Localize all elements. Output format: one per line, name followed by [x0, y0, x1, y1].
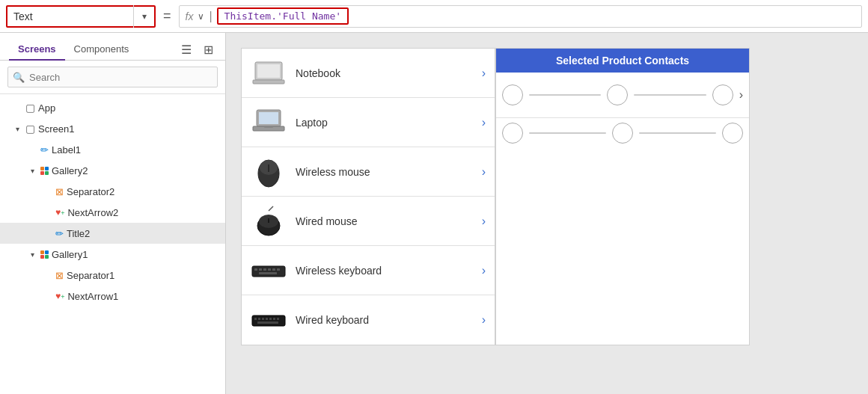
tree-arrow-screen1: ▾	[12, 125, 22, 133]
product-name-wired-mouse: Wired mouse	[296, 215, 473, 227]
svg-rect-6	[264, 126, 273, 128]
contact-line-1a	[529, 94, 601, 96]
svg-rect-13	[252, 266, 285, 277]
product-item-wireless-mouse[interactable]: Wireless mouse ›	[242, 147, 495, 197]
tree-item-gallery1[interactable]: ▾ Gallery1	[0, 244, 225, 265]
product-gallery: Notebook › Laptop ›	[241, 48, 495, 345]
product-item-laptop[interactable]: Laptop ›	[242, 98, 495, 147]
tree-item-title2[interactable]: ✏ Title2	[0, 223, 225, 244]
laptop-image	[251, 106, 287, 139]
wired-keyboard-image	[251, 304, 287, 336]
gallery2-icon	[40, 167, 49, 175]
tree-item-screen1[interactable]: ▾ ▢ Screen1	[0, 118, 225, 139]
formula-expression[interactable]: ThisItem.'Full Name'	[217, 7, 349, 25]
wireless-keyboard-image	[251, 254, 287, 287]
list-view-icon[interactable]: ☰	[178, 40, 195, 60]
canvas-area: Notebook › Laptop ›	[226, 33, 868, 394]
contact-circle-1	[502, 84, 523, 105]
svg-rect-4	[259, 112, 278, 124]
svg-rect-1	[257, 64, 280, 78]
contact-circle-6	[722, 123, 743, 144]
svg-rect-15	[259, 268, 262, 271]
nextarrow2-icon: ♥+	[55, 207, 64, 218]
tree-item-nextarrow2[interactable]: ♥+ NextArrow2	[0, 202, 225, 223]
tree-item-separator1[interactable]: ⊠ Separator1	[0, 265, 225, 286]
contact-circle-2	[607, 84, 628, 105]
formula-dropdown-arrow[interactable]: ∨	[198, 11, 204, 22]
tree-view: ▢ App ▾ ▢ Screen1 ✏ Label1 ▾	[0, 94, 225, 394]
product-name-wireless-keyboard: Wireless keyboard	[296, 265, 473, 277]
tree-item-separator2[interactable]: ⊠ Separator2	[0, 181, 225, 202]
canvas-panels: Notebook › Laptop ›	[241, 48, 750, 345]
product-item-notebook[interactable]: Notebook ›	[242, 49, 495, 98]
svg-rect-27	[273, 318, 275, 320]
tree-item-gallery2[interactable]: ▾ Gallery2	[0, 160, 225, 181]
contacts-row-2	[496, 117, 749, 148]
contacts-row-1: ›	[496, 73, 749, 117]
contact-circle-5	[612, 123, 633, 144]
title2-icon: ✏	[55, 228, 64, 239]
formula-fx-icon: fx	[186, 10, 194, 22]
tree-item-nextarrow1[interactable]: ♥+ NextArrow1	[0, 286, 225, 307]
product-item-wired-mouse[interactable]: Wired mouse ›	[242, 197, 495, 246]
product-arrow-wired-mouse: ›	[482, 215, 486, 228]
gallery1-icon	[40, 250, 49, 259]
sidebar-search-area: 🔍	[0, 61, 225, 94]
property-dropdown-arrow[interactable]: ▾	[133, 5, 154, 28]
tab-components[interactable]: Components	[65, 39, 138, 61]
grid-view-icon[interactable]: ⊞	[201, 40, 216, 60]
svg-rect-23	[258, 318, 260, 320]
contact-circle-3	[712, 84, 733, 105]
contact-line-2a	[529, 132, 606, 134]
product-arrow-wireless-mouse: ›	[482, 165, 486, 179]
contacts-next-arrow[interactable]: ›	[739, 88, 743, 102]
svg-rect-28	[277, 318, 279, 320]
svg-rect-18	[272, 268, 275, 271]
svg-rect-22	[254, 318, 257, 320]
contacts-panel: Selected Product Contacts ›	[495, 48, 750, 345]
formula-bar: fx ∨ | ThisItem.'Full Name'	[179, 5, 862, 28]
sidebar-tabs: Screens Components ☰ ⊞	[0, 33, 225, 61]
product-item-wired-keyboard[interactable]: Wired keyboard ›	[242, 295, 495, 345]
wireless-mouse-image	[251, 156, 287, 188]
screen-icon: ▢	[25, 123, 35, 135]
product-arrow-wired-keyboard: ›	[482, 313, 486, 327]
search-icon: 🔍	[13, 72, 25, 83]
product-arrow-laptop: ›	[482, 116, 486, 129]
tree-item-app[interactable]: ▢ App	[0, 97, 225, 118]
toolbar: Text ▾ = fx ∨ | ThisItem.'Full Name'	[0, 0, 868, 33]
tree-item-label1[interactable]: ✏ Label1	[0, 139, 225, 160]
property-selector[interactable]: Text ▾	[6, 5, 156, 28]
product-arrow-notebook: ›	[482, 67, 486, 80]
contact-circle-4	[502, 123, 523, 144]
main-area: Screens Components ☰ ⊞ 🔍 ▢ App	[0, 33, 868, 394]
product-arrow-wireless-keyboard: ›	[482, 264, 486, 277]
property-value: Text	[7, 10, 133, 22]
search-input[interactable]	[7, 67, 218, 87]
tree-label-title2: Title2	[67, 228, 90, 239]
svg-rect-26	[269, 318, 272, 320]
svg-rect-19	[277, 268, 280, 271]
tree-label-nextarrow1: NextArrow1	[67, 291, 118, 302]
notebook-image	[251, 57, 287, 90]
svg-rect-17	[268, 268, 271, 271]
equals-sign: =	[160, 8, 174, 24]
sidebar: Screens Components ☰ ⊞ 🔍 ▢ App	[0, 33, 226, 394]
sidebar-tab-icons: ☰ ⊞	[178, 40, 216, 60]
tree-label-gallery2: Gallery2	[52, 165, 88, 176]
tree-label-nextarrow2: NextArrow2	[67, 207, 118, 218]
contact-line-2b	[639, 132, 716, 134]
svg-rect-25	[266, 318, 268, 320]
separator2-icon: ⊠	[55, 186, 64, 197]
svg-rect-16	[263, 268, 266, 271]
nextarrow1-icon: ♥+	[55, 291, 64, 301]
svg-rect-21	[252, 315, 285, 326]
label-icon: ✏	[40, 144, 49, 156]
svg-rect-29	[257, 321, 278, 324]
tree-label-gallery1: Gallery1	[52, 249, 88, 260]
product-name-wireless-mouse: Wireless mouse	[296, 166, 473, 178]
tab-screens[interactable]: Screens	[9, 39, 65, 61]
product-item-wireless-keyboard[interactable]: Wireless keyboard ›	[242, 246, 495, 295]
tree-label-label1: Label1	[52, 144, 81, 156]
product-name-notebook: Notebook	[296, 67, 473, 79]
